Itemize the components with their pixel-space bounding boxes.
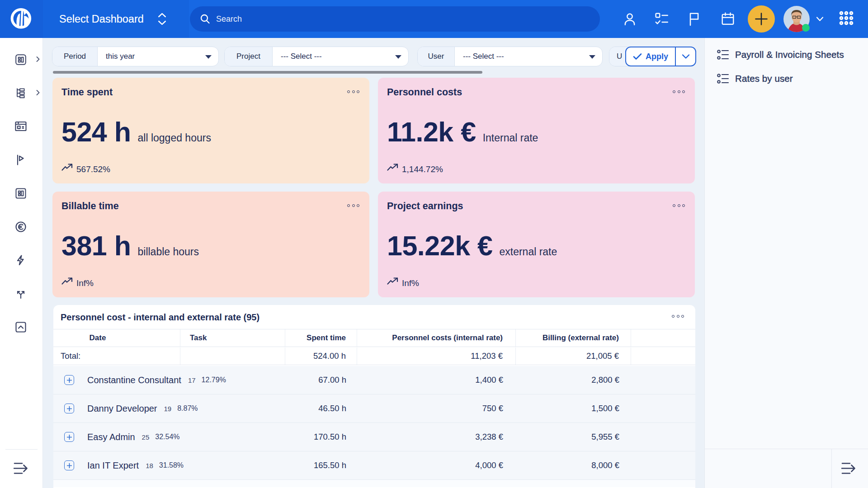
list-icon bbox=[717, 73, 730, 84]
flag-icon[interactable] bbox=[687, 12, 701, 26]
sidebar-news-icon[interactable] bbox=[14, 120, 28, 133]
card-menu-icon[interactable] bbox=[347, 90, 359, 93]
profile-chevron-icon[interactable] bbox=[816, 16, 824, 22]
table-row: Constantine Consultant 17 12.79% 67.00 h… bbox=[53, 366, 695, 394]
column-header-billing[interactable]: Billing (external rate) bbox=[516, 329, 631, 347]
row-spent-time: 165.50 h bbox=[285, 451, 357, 479]
user-avatar[interactable] bbox=[783, 6, 810, 32]
sidebar-money-icon[interactable] bbox=[14, 220, 28, 234]
row-billing: 2,800 € bbox=[516, 366, 631, 394]
row-percent: 12.79% bbox=[202, 376, 226, 384]
kebab-dot bbox=[347, 204, 350, 207]
search-bar[interactable] bbox=[190, 6, 600, 32]
user-filter-value: --- Select --- bbox=[463, 52, 504, 61]
add-button[interactable] bbox=[748, 5, 775, 33]
kpi-value: 381 h bbox=[61, 232, 131, 259]
plus-icon bbox=[67, 463, 72, 468]
apps-grid-icon[interactable] bbox=[839, 10, 854, 26]
sidebar-panel-icon[interactable] bbox=[14, 187, 28, 200]
row-user-name[interactable]: Constantine Consultant bbox=[87, 375, 181, 385]
total-spent-time: 524.00 h bbox=[285, 347, 357, 365]
search-input[interactable] bbox=[216, 14, 533, 24]
period-filter-label: Period bbox=[52, 47, 98, 66]
empty-cell bbox=[631, 366, 695, 394]
column-header-task[interactable]: Task bbox=[180, 329, 285, 347]
apply-dropdown-button[interactable] bbox=[676, 47, 695, 66]
online-status-dot bbox=[802, 24, 810, 32]
table-menu-icon[interactable] bbox=[672, 315, 684, 318]
personnel-cost-table-card: Personnel cost - internal and external r… bbox=[53, 305, 695, 488]
row-spent-time: 46.50 h bbox=[285, 394, 357, 422]
card-menu-icon[interactable] bbox=[347, 204, 359, 207]
empty-cell bbox=[631, 347, 695, 365]
column-header-spent-time[interactable]: Spent time bbox=[285, 329, 357, 347]
sidebar-collapse-menu-icon[interactable] bbox=[841, 461, 856, 476]
dashboard-selector[interactable]: Select Dashboard bbox=[43, 0, 189, 38]
apply-button[interactable]: Apply bbox=[626, 47, 675, 66]
unfold-icon bbox=[158, 13, 166, 25]
kpi-value: 15.22k € bbox=[387, 232, 492, 259]
kpi-trend-value: 567.52% bbox=[76, 164, 110, 174]
sidebar-hierarchy-icon[interactable] bbox=[14, 86, 28, 100]
project-filter-select[interactable]: --- Select --- bbox=[273, 47, 408, 66]
kebab-dot bbox=[673, 90, 675, 93]
row-personnel-costs: 750 € bbox=[357, 394, 516, 422]
sidebar-split-icon[interactable] bbox=[14, 287, 28, 300]
row-name-cell: Danny Developer 19 8.87% bbox=[53, 394, 285, 422]
sidebar-flag-icon[interactable] bbox=[14, 153, 28, 167]
table-row: Easy Admin 25 32.54% 170.50 h 3,238 € 5,… bbox=[53, 423, 695, 451]
row-user-name[interactable]: Ian IT Expert bbox=[87, 460, 139, 471]
expand-row-button[interactable] bbox=[64, 432, 74, 442]
kpi-subtitle: billable hours bbox=[138, 246, 199, 258]
user-icon[interactable] bbox=[623, 12, 637, 26]
row-spent-time: 67.00 h bbox=[285, 366, 357, 394]
card-menu-icon[interactable] bbox=[673, 90, 685, 93]
row-user-name[interactable]: Easy Admin bbox=[87, 432, 135, 442]
kebab-dot bbox=[357, 90, 359, 93]
column-header-personnel-costs[interactable]: Personnel costs (internal rate) bbox=[357, 329, 516, 347]
kebab-dot bbox=[681, 315, 684, 318]
row-entry-count: 18 bbox=[146, 462, 153, 469]
sidebar-dashboards-expand-icon[interactable] bbox=[36, 56, 40, 62]
apply-button-label: Apply bbox=[646, 52, 668, 61]
kpi-value-row: 15.22k € external rate bbox=[387, 232, 557, 259]
sidebar-hierarchy-expand-icon[interactable] bbox=[36, 89, 40, 96]
calendar-icon[interactable] bbox=[721, 12, 735, 26]
kpi-trend-value: Inf% bbox=[76, 278, 94, 288]
sidebar-collapse-icon[interactable] bbox=[14, 320, 28, 334]
filter-scrollbar[interactable] bbox=[53, 71, 482, 74]
row-name-cell: Constantine Consultant 17 12.79% bbox=[53, 366, 285, 394]
expand-row-button[interactable] bbox=[64, 460, 74, 470]
column-header-date[interactable]: Date bbox=[53, 329, 180, 347]
sidebar-dashboards-icon[interactable] bbox=[14, 53, 28, 66]
kebab-dot bbox=[352, 204, 355, 207]
period-filter-select[interactable]: this year bbox=[98, 47, 218, 66]
kpi-subtitle: Internal rate bbox=[483, 132, 538, 144]
apply-chevron-icon bbox=[682, 54, 690, 59]
row-percent: 32.54% bbox=[155, 433, 179, 441]
expand-row-button[interactable] bbox=[64, 404, 74, 413]
user-filter-select[interactable]: --- Select --- bbox=[455, 47, 602, 66]
logo-icon bbox=[9, 6, 34, 32]
row-percent: 8.87% bbox=[177, 404, 198, 413]
checklist-icon[interactable] bbox=[655, 12, 669, 26]
left-sidebar bbox=[0, 38, 43, 488]
row-percent: 31.58% bbox=[159, 461, 184, 469]
plus-icon bbox=[67, 406, 72, 411]
table-header-row: Date Task Spent time Personnel costs (in… bbox=[53, 329, 695, 347]
kebab-dot bbox=[357, 204, 359, 207]
expand-row-button[interactable] bbox=[64, 375, 74, 385]
table-body: Constantine Consultant 17 12.79% 67.00 h… bbox=[53, 366, 695, 487]
sidebar-item-label: Rates by user bbox=[735, 73, 793, 84]
sidebar-item-payroll-sheets[interactable]: Payroll & Invoicing Sheets bbox=[705, 45, 868, 65]
sidebar-item-rates-by-user[interactable]: Rates by user bbox=[705, 69, 868, 89]
sidebar-expand-menu-icon[interactable] bbox=[14, 461, 28, 476]
trend-up-icon bbox=[387, 277, 398, 285]
check-icon bbox=[633, 53, 642, 60]
app-logo[interactable] bbox=[0, 0, 43, 38]
card-menu-icon[interactable] bbox=[673, 204, 685, 207]
row-personnel-costs: 1,400 € bbox=[357, 366, 516, 394]
sidebar-lightning-icon[interactable] bbox=[14, 253, 28, 267]
plus-icon bbox=[755, 13, 768, 25]
row-user-name[interactable]: Danny Developer bbox=[87, 404, 157, 414]
